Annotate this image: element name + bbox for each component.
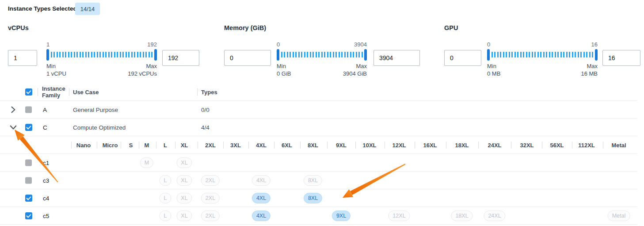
- pill-c4-xl[interactable]: XL: [176, 193, 192, 203]
- slider-tick: [358, 52, 360, 57]
- slider-tick: [284, 52, 285, 57]
- header-divider: [38, 88, 38, 96]
- checkbox-c1[interactable]: [25, 159, 32, 166]
- vcpus-max-caption: Max192 vCPUs: [128, 62, 157, 77]
- size-column-32xl: 32XL: [520, 142, 533, 148]
- checkbox-c5[interactable]: [25, 212, 32, 219]
- slider-tick: [122, 52, 124, 57]
- slider-tick: [293, 52, 294, 57]
- family-use-case: Compute Optimized: [73, 124, 126, 130]
- pill-c3-4xl[interactable]: 4XL: [252, 175, 271, 186]
- slider-tick: [68, 52, 69, 57]
- gpu-slider-block: 0 16 Min0 MB Max16 MB: [487, 41, 598, 77]
- slider-tick: [310, 52, 311, 57]
- pill-c3-2xl[interactable]: 2XL: [201, 175, 220, 186]
- chevron-down-icon[interactable]: [9, 123, 17, 131]
- slider-tick: [534, 52, 536, 57]
- slider-tick: [592, 52, 593, 57]
- memory-range-slider[interactable]: [277, 49, 367, 61]
- instance-name: c4: [43, 195, 49, 201]
- checkbox-family-c[interactable]: [25, 124, 32, 131]
- slider-min-handle[interactable]: [487, 49, 490, 61]
- vcpus-range-slider[interactable]: [46, 49, 157, 61]
- slider-tick: [563, 52, 564, 57]
- gpu-range-min: 0: [487, 41, 490, 49]
- instance-row-c5: c5LXL2XL4XL9XL12XL18XL24XLMetal: [0, 207, 637, 225]
- pill-c4-4xl[interactable]: 4XL: [252, 193, 271, 203]
- select-all-checkbox[interactable]: [25, 88, 32, 96]
- instance-name: c1: [43, 159, 49, 166]
- filters-bar: vCPUs 1 1 192 Min1 vCPU Max192 vCPUs 192…: [0, 24, 644, 80]
- vcpus-filter: vCPUs 1 1 192 Min1 vCPU Max192 vCPUs 192: [8, 24, 199, 80]
- slider-max-handle[interactable]: [595, 49, 598, 61]
- pill-c5-l[interactable]: L: [160, 211, 171, 221]
- checkbox-c3[interactable]: [25, 177, 32, 184]
- pill-c1-xl[interactable]: XL: [176, 157, 192, 168]
- pill-c3-xl[interactable]: XL: [176, 175, 192, 186]
- size-column-divider: [446, 142, 446, 149]
- gpu-range-slider[interactable]: [487, 49, 598, 61]
- slider-tick: [497, 52, 499, 57]
- vcpus-slider-block: 1 192 Min1 vCPU Max192 vCPUs: [46, 41, 157, 77]
- slider-tick: [362, 52, 363, 57]
- gpu-min-input[interactable]: 0: [444, 50, 481, 66]
- pill-c5-xl[interactable]: XL: [176, 211, 192, 221]
- checkbox-c4[interactable]: [25, 195, 32, 202]
- size-column-divider: [198, 142, 198, 149]
- slider-tick: [324, 52, 325, 57]
- slider-tick: [74, 52, 75, 57]
- size-column-m: M: [145, 142, 149, 148]
- checkbox-family-a[interactable]: [25, 106, 32, 113]
- slider-tick: [500, 52, 501, 57]
- memory-min-input[interactable]: 0: [224, 50, 271, 66]
- pill-c4-l[interactable]: L: [160, 193, 171, 203]
- pill-c5-4xl[interactable]: 4XL: [252, 211, 271, 221]
- slider-tick: [105, 52, 107, 57]
- vcpus-max-input[interactable]: 192: [162, 50, 199, 66]
- size-column-divider: [511, 142, 511, 149]
- size-column-nano: Nano: [76, 142, 91, 148]
- gpu-range-max: 16: [591, 41, 598, 49]
- size-column-micro: Micro: [103, 142, 118, 148]
- size-column-112xl: 112XL: [578, 142, 595, 148]
- pill-c4-8xl[interactable]: 8XL: [304, 193, 322, 203]
- instance-name: c3: [43, 177, 49, 184]
- pill-c5-18xl[interactable]: 18XL: [451, 211, 473, 221]
- header-divider: [197, 88, 198, 96]
- pill-c3-8xl[interactable]: 8XL: [304, 175, 322, 186]
- vcpus-min-input[interactable]: 1: [8, 50, 37, 66]
- size-column-divider: [300, 142, 301, 149]
- slider-tick: [99, 52, 101, 57]
- slider-tick: [549, 52, 550, 57]
- slider-tick: [540, 52, 541, 57]
- slider-min-handle[interactable]: [277, 49, 279, 61]
- memory-max-input[interactable]: 3904: [373, 50, 420, 66]
- slider-tick: [347, 52, 348, 57]
- pill-c5-24xl[interactable]: 24XL: [484, 211, 505, 221]
- pill-c5-12xl[interactable]: 12XL: [388, 211, 410, 221]
- slider-tick: [117, 52, 118, 57]
- pill-c4-2xl[interactable]: 2XL: [201, 193, 220, 203]
- memory-filter: Memory (GiB) 0 0 3904 Min0 GiB Max3904 G…: [224, 24, 420, 80]
- pill-c5-metal[interactable]: Metal: [608, 211, 630, 221]
- chevron-right-icon[interactable]: [9, 106, 17, 114]
- gpu-max-input[interactable]: 16: [602, 50, 640, 66]
- pill-c5-9xl[interactable]: 9XL: [332, 211, 351, 221]
- pill-c3-l[interactable]: L: [160, 175, 171, 186]
- family-row-a: A General Purpose 0/0: [0, 101, 637, 119]
- slider-tick: [341, 52, 343, 57]
- slider-tick: [555, 52, 556, 57]
- selected-count-badge: 14/14: [75, 3, 100, 15]
- slider-max-handle[interactable]: [154, 49, 157, 61]
- slider-tick: [312, 52, 314, 57]
- slider-tick: [97, 52, 98, 57]
- pill-c5-2xl[interactable]: 2XL: [201, 211, 220, 221]
- pill-c1-m[interactable]: M: [140, 157, 153, 168]
- slider-tick: [569, 52, 570, 57]
- slider-min-handle[interactable]: [46, 49, 49, 61]
- slider-tick: [59, 52, 61, 57]
- slider-tick: [281, 52, 282, 57]
- size-column-divider: [385, 142, 385, 149]
- slider-max-handle[interactable]: [364, 49, 367, 61]
- slider-tick: [344, 52, 346, 57]
